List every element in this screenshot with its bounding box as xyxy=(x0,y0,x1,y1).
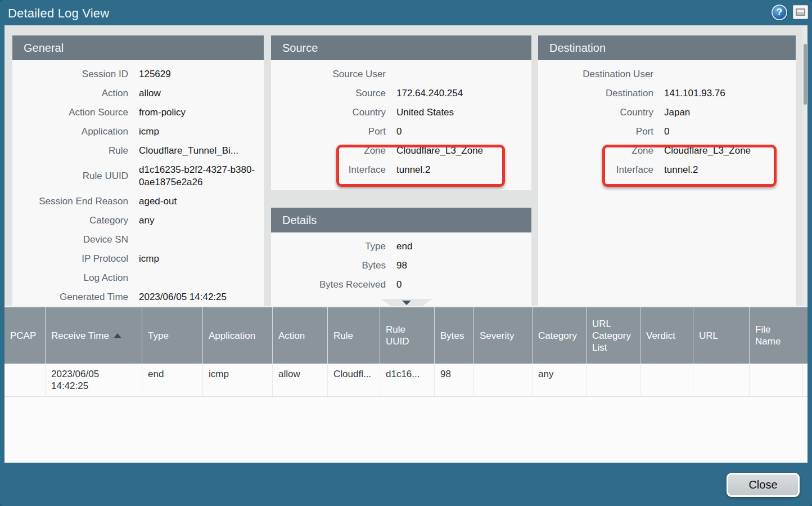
field-bytes-received: Bytes Received0 xyxy=(271,275,531,294)
column-header-pcap[interactable]: PCAP xyxy=(4,307,46,364)
column-header-application[interactable]: Application xyxy=(203,307,273,364)
field-source: Source172.64.240.254 xyxy=(271,84,531,103)
window-popout-icon[interactable] xyxy=(793,5,808,19)
general-panel-title: General xyxy=(12,35,264,60)
cell-rule: Cloudfl... xyxy=(328,364,380,396)
cell-url xyxy=(693,364,750,396)
field-session-id: Session ID125629 xyxy=(12,65,264,84)
field-source-interface: Interfacetunnel.2 xyxy=(271,160,531,180)
column-header-rule[interactable]: Rule xyxy=(328,307,380,364)
field-destination-interface: Interfacetunnel.2 xyxy=(538,160,796,180)
field-source-user: Source User xyxy=(271,65,531,84)
detailed-log-view-dialog: Detailed Log View ? General Session ID12… xyxy=(0,0,812,506)
field-bytes: Bytes98 xyxy=(271,256,531,275)
field-destination-port: Port0 xyxy=(538,122,796,141)
column-header-bytes[interactable]: Bytes xyxy=(435,307,474,364)
field-destination: Destination141.101.93.76 xyxy=(538,84,796,103)
field-generated-time: Generated Time2023/06/05 14:42:25 xyxy=(12,288,264,306)
column-header-category[interactable]: Category xyxy=(533,307,587,364)
field-destination-country: CountryJapan xyxy=(538,103,796,122)
column-header-file-name[interactable]: File Name xyxy=(750,307,803,364)
column-header-receive-time[interactable]: Receive Time xyxy=(46,307,142,364)
destination-panel: Destination Destination User Destination… xyxy=(538,35,796,306)
field-rule: RuleCloudflare_Tunnel_Bi... xyxy=(12,141,264,160)
column-header-verdict[interactable]: Verdict xyxy=(640,307,693,364)
help-icon[interactable]: ? xyxy=(772,5,787,20)
cell-file-name xyxy=(750,364,803,396)
cell-pcap xyxy=(4,364,46,396)
field-source-country: CountryUnited States xyxy=(271,103,531,122)
details-panel: Details Typeend Bytes98 Bytes Received0 xyxy=(271,208,531,306)
field-destination-user: Destination User xyxy=(538,65,796,84)
field-source-zone: ZoneCloudflare_L3_Zone xyxy=(271,141,531,160)
cell-bytes: 98 xyxy=(435,364,474,396)
destination-panel-title: Destination xyxy=(538,35,796,60)
column-header-url-category-list[interactable]: URL Category List xyxy=(587,307,640,364)
source-panel-title: Source xyxy=(271,35,531,60)
field-device-sn: Device SN xyxy=(12,230,264,249)
field-source-port: Port0 xyxy=(271,122,531,141)
cell-verdict xyxy=(640,364,693,396)
cell-rule-uuid: d1c16... xyxy=(380,364,435,396)
field-session-end-reason: Session End Reasonaged-out xyxy=(12,192,264,211)
log-table-row[interactable]: 2023/06/05 14:42:25 end icmp allow Cloud… xyxy=(4,364,808,397)
log-table: PCAP Receive Time Type Application Actio… xyxy=(4,306,808,463)
general-panel: General Session ID125629 Actionallow Act… xyxy=(12,35,264,306)
titlebar: Detailed Log View ? xyxy=(0,0,812,25)
field-application: Applicationicmp xyxy=(12,122,264,141)
scrollbar-thumb[interactable] xyxy=(804,44,807,105)
log-table-header: PCAP Receive Time Type Application Actio… xyxy=(4,307,808,364)
sort-ascending-icon xyxy=(114,333,121,338)
column-header-type[interactable]: Type xyxy=(142,307,203,364)
cell-type: end xyxy=(142,364,203,396)
column-header-url[interactable]: URL xyxy=(693,307,750,364)
field-category: Categoryany xyxy=(12,211,264,230)
column-header-action[interactable]: Action xyxy=(273,307,328,364)
window-popout-icon-inner xyxy=(796,8,805,16)
details-panel-title: Details xyxy=(271,208,531,232)
column-header-rule-uuid[interactable]: Rule UUID xyxy=(380,307,435,364)
field-action-source: Action Sourcefrom-policy xyxy=(12,103,264,122)
field-destination-zone: ZoneCloudflare_L3_Zone xyxy=(538,141,796,160)
chevron-down-icon xyxy=(402,301,411,305)
field-action: Actionallow xyxy=(12,84,264,103)
column-header-severity[interactable]: Severity xyxy=(474,307,533,364)
cell-receive-time: 2023/06/05 14:42:25 xyxy=(46,364,142,396)
close-button[interactable]: Close xyxy=(727,473,800,497)
field-type: Typeend xyxy=(271,237,531,256)
cell-category: any xyxy=(533,364,587,396)
cell-url-category-list xyxy=(587,364,640,396)
field-log-action: Log Action xyxy=(12,268,264,288)
cell-application: icmp xyxy=(203,364,273,396)
cell-action: allow xyxy=(273,364,328,396)
source-panel: Source Source User Source172.64.240.254 … xyxy=(271,35,531,190)
field-rule-uuid: Rule UUIDd1c16235-b2f2-4327-b380-0ae1875… xyxy=(12,160,264,192)
field-ip-protocol: IP Protocolicmp xyxy=(12,249,264,268)
cell-severity xyxy=(474,364,533,396)
page-title: Detailed Log View xyxy=(8,6,109,21)
detail-panels-section: General Session ID125629 Actionallow Act… xyxy=(4,25,808,306)
